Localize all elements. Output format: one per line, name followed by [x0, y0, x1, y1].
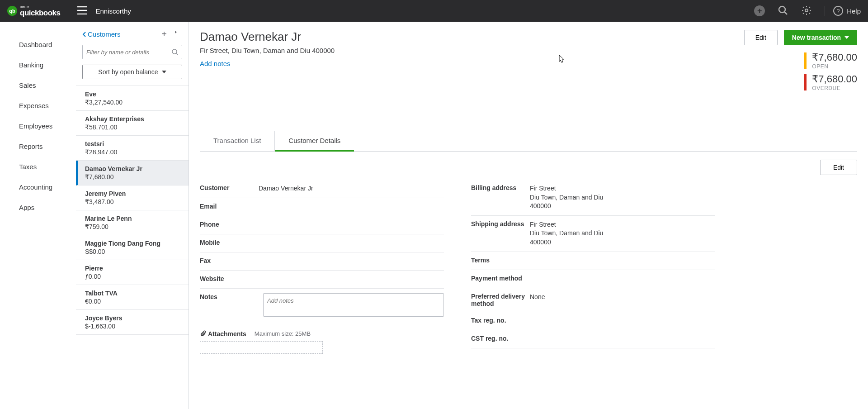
nav-dashboard[interactable]: Dashboard [0, 34, 76, 55]
customer-item-balance: ƒ0.00 [85, 273, 182, 280]
customer-item-balance: ₹3,27,540.00 [85, 99, 182, 106]
label-billing: Billing address [471, 184, 530, 191]
label-pref-delivery: Preferred delivery method [471, 293, 530, 307]
help-button[interactable]: ? Help [825, 6, 861, 16]
customer-item-balance: ₹759.00 [85, 223, 182, 230]
logo[interactable]: qb intuit quickbooks [7, 5, 60, 17]
nav-accounting[interactable]: Accounting [0, 177, 76, 197]
value-billing: Fir Street Diu Town, Daman and Diu 40000… [530, 184, 715, 211]
back-to-customers[interactable]: Customers [82, 30, 121, 38]
value-As [259, 239, 444, 247]
label-email: Email [200, 203, 259, 211]
customer-item[interactable]: Talbot TVA€0.00 [76, 285, 189, 310]
nav-banking[interactable]: Banking [0, 55, 76, 75]
customer-item-balance: ₹58,701.00 [85, 124, 182, 131]
customer-item-name: Maggie Tiong Dang Fong [85, 240, 182, 247]
label-cst-reg: CST reg. no. [471, 335, 530, 343]
customer-item[interactable]: Damao Vernekar Jr₹7,680.00 [76, 161, 189, 185]
nav-expenses[interactable]: Expenses [0, 95, 76, 116]
attachments-text: Attachments [208, 330, 246, 338]
new-transaction-button[interactable]: New transaction [784, 30, 857, 45]
gear-icon[interactable] [801, 5, 812, 17]
details-right-column: Billing address Fir Street Diu Town, Dam… [471, 180, 715, 354]
company-name[interactable]: Enniscorthy [95, 7, 131, 15]
label-customer: Customer [200, 184, 259, 193]
value-phone [259, 221, 444, 229]
customer-item-balance: $-1,663.00 [85, 323, 182, 330]
label-fax: Fax [200, 257, 259, 266]
customer-item-name: Akshay Enterprises [85, 115, 182, 123]
customer-item-balance: ₹3,487.00 [85, 198, 182, 205]
hamburger-icon[interactable] [77, 6, 87, 16]
customer-item[interactable]: Maggie Tiong Dang FongS$0.00 [76, 235, 189, 260]
chevron-left-icon [82, 32, 86, 37]
customer-item[interactable]: Marine Le Penn₹759.00 [76, 210, 189, 235]
svg-point-1 [805, 9, 808, 12]
label-tax-reg: Tax reg. no. [471, 317, 530, 325]
chevron-down-icon [162, 71, 166, 73]
nav-employees[interactable]: Employees [0, 116, 76, 136]
customer-item[interactable]: Eve₹3,27,540.00 [76, 86, 189, 111]
add-customer-icon[interactable]: + [161, 29, 167, 39]
details-left-column: Customer Damao Vernekar Jr Email Phone M… [200, 180, 444, 354]
value-customer: Damao Vernekar Jr [259, 184, 444, 193]
customer-item-balance: ₹28,947.00 [85, 148, 182, 156]
filter-input-wrapper[interactable] [82, 45, 182, 59]
customer-item-balance: €0.00 [85, 298, 182, 305]
add-icon[interactable]: + [754, 5, 765, 16]
label-notes: Notes [200, 293, 259, 300]
brand-name: quickbooks [20, 9, 60, 17]
customer-item[interactable]: Pierreƒ0.00 [76, 260, 189, 285]
chevron-down-icon [844, 36, 849, 39]
customer-item-balance: S$0.00 [85, 248, 182, 255]
customer-item[interactable]: Akshay Enterprises₹58,701.00 [76, 111, 189, 136]
customer-item-name: Jeremy Piven [85, 190, 182, 197]
nav-reports[interactable]: Reports [0, 136, 76, 157]
customer-item[interactable]: Jeremy Piven₹3,487.00 [76, 185, 189, 210]
detail-panel: Damao Vernekar Jr Fir Street, Diu Town, … [189, 22, 868, 409]
top-header: qb intuit quickbooks Enniscorthy + ? Hel… [0, 0, 868, 22]
open-amount: ₹7,680.00 [812, 52, 857, 63]
overdue-bar [804, 74, 807, 90]
notes-textarea[interactable] [263, 293, 444, 317]
label-phone: Phone [200, 221, 259, 229]
svg-point-0 [779, 6, 785, 13]
nav-apps[interactable]: Apps [0, 197, 76, 218]
back-label: Customers [88, 30, 121, 38]
nav-taxes[interactable]: Taxes [0, 157, 76, 177]
value-fax [259, 257, 444, 266]
customer-item-balance: ₹7,680.00 [85, 173, 182, 181]
help-icon: ? [833, 6, 843, 16]
customer-item[interactable]: Joyce Byers$-1,663.00 [76, 310, 189, 335]
label-payment-method: Payment method [471, 275, 530, 283]
customer-list-panel: Customers + Sort by open balance Eve₹3,2… [76, 22, 189, 409]
qb-wordmark: intuit quickbooks [20, 5, 60, 17]
customer-item-name: Pierre [85, 265, 182, 272]
value-payment-method [530, 275, 715, 283]
customer-item[interactable]: testsri₹28,947.00 [76, 136, 189, 161]
attachment-dropzone[interactable] [200, 341, 323, 354]
nav-sales[interactable]: Sales [0, 75, 76, 95]
customer-item-name: Damao Vernekar Jr [85, 165, 182, 172]
sort-dropdown[interactable]: Sort by open balance [82, 65, 182, 79]
customer-item-name: testsri [85, 140, 182, 147]
add-notes-link[interactable]: Add notes [200, 60, 335, 67]
search-icon [172, 49, 178, 55]
attachments-label[interactable]: Attachments [200, 330, 246, 338]
sort-label: Sort by open balance [98, 68, 158, 76]
overdue-label: OVERDUE [812, 85, 857, 91]
open-balance-block: ₹7,680.00 OPEN [804, 52, 857, 70]
customer-title: Damao Vernekar Jr [200, 30, 335, 44]
overdue-balance-block: ₹7,680.00 OVERDUE [804, 73, 857, 91]
customer-list[interactable]: Eve₹3,27,540.00Akshay Enterprises₹58,701… [76, 86, 189, 409]
open-label: OPEN [812, 63, 857, 70]
open-bar [804, 52, 807, 69]
tab-customer-details[interactable]: Customer Details [275, 131, 354, 152]
value-terms [530, 257, 715, 265]
edit-details-button[interactable]: Edit [820, 160, 857, 175]
filter-input[interactable] [86, 49, 172, 56]
edit-button[interactable]: Edit [744, 30, 778, 45]
search-icon[interactable] [778, 5, 788, 17]
tab-transaction-list[interactable]: Transaction List [200, 131, 275, 151]
collapse-icon[interactable] [175, 29, 182, 39]
